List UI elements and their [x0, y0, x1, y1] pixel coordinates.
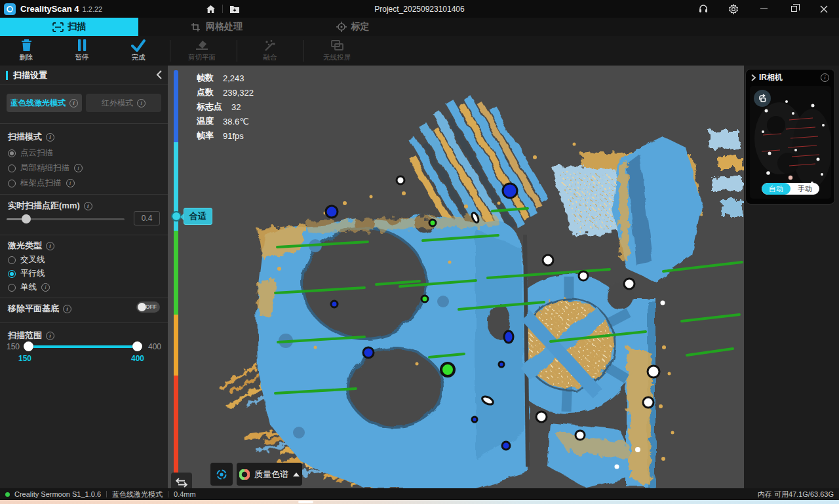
quality-spectrum-label: 质量色谱	[254, 469, 288, 480]
blue-laser-mode-button[interactable]: 蓝色线激光模式 i	[7, 94, 82, 112]
wireless-cast-button[interactable]: 无线投屏	[313, 39, 361, 62]
crop-icon	[191, 22, 201, 32]
minimize-button[interactable]	[749, 0, 779, 18]
toolbar-separator	[237, 40, 237, 62]
cut-plane-label: 剪切平面	[188, 53, 216, 62]
device-mode-buttons: 蓝色线激光模式 i 红外模式 i	[7, 94, 161, 112]
taskbar-peek-strip	[0, 500, 839, 504]
radio-point-cloud-scan[interactable]: 点云扫描	[8, 147, 53, 159]
radio-local-fine-scan[interactable]: 局部精细扫描 i	[8, 163, 83, 174]
point-distance-label: 实时扫描点距(mm)	[8, 200, 80, 212]
calibrate-target-icon	[336, 22, 347, 32]
chevron-left-icon	[156, 70, 163, 79]
scan-range-knob-min[interactable]	[24, 341, 33, 351]
scan-frame-icon	[52, 22, 64, 32]
tab-mesh-processing[interactable]: 网格处理	[156, 18, 277, 36]
radio-cross-line[interactable]: 交叉线	[8, 254, 45, 265]
close-button[interactable]	[809, 0, 839, 18]
quality-spectrum-button[interactable]: 质量色谱	[237, 463, 302, 486]
radio-frame-point-scan[interactable]: 框架点扫描 i	[8, 178, 75, 189]
chevron-up-icon	[293, 473, 300, 476]
radio-label: 框架点扫描	[20, 178, 62, 189]
ir-panel-header: IR相机 i	[746, 69, 834, 85]
locate-target-icon	[214, 467, 229, 482]
cast-label: 无线投屏	[323, 53, 351, 62]
panel-header: 扫描设置	[0, 66, 168, 85]
radio-parallel-line[interactable]: 平行线	[8, 268, 45, 279]
info-icon[interactable]: i	[46, 332, 54, 340]
divider	[0, 235, 168, 235]
range-min-value: 150	[18, 354, 31, 363]
rotate-preview-button[interactable]	[754, 90, 771, 107]
panel-title: 扫描设置	[13, 69, 47, 81]
finish-button[interactable]: 完成	[115, 39, 162, 62]
info-icon[interactable]: i	[41, 283, 50, 292]
status-mode: 蓝色线激光模式	[112, 490, 163, 499]
radio-label: 单线	[20, 282, 37, 293]
info-icon[interactable]: i	[46, 133, 54, 142]
divider	[0, 298, 168, 298]
info-icon[interactable]: i	[74, 164, 83, 172]
device-status-dot	[5, 492, 10, 497]
point-distance-slider-knob[interactable]	[22, 214, 31, 223]
settings-gear-button[interactable]	[718, 0, 749, 18]
tab-scan-label: 扫描	[68, 21, 87, 33]
scan-range-track[interactable]	[25, 345, 140, 348]
distance-status-badge: 合适	[184, 208, 212, 225]
scan-toolbar: 删除 暂停 完成 剪切平面 融合 无线投屏	[0, 36, 839, 66]
collapse-panel-button[interactable]	[156, 70, 163, 82]
info-icon[interactable]: i	[69, 99, 78, 107]
app-name: CrealityScan 4	[20, 4, 79, 14]
status-precision: 0.4mm	[174, 490, 196, 498]
memory-status: 内存 可用47.1G/63.63G	[758, 490, 834, 499]
radio-label: 局部精细扫描	[20, 163, 69, 174]
stat-temperature: 温度38.6℃	[197, 114, 254, 128]
pause-icon	[77, 39, 87, 52]
swap-arrows-icon	[176, 477, 187, 488]
import-project-button[interactable]	[225, 0, 244, 18]
scan-3d-viewport[interactable]: 帧数2,243 点数239,322 标志点32 温度38.6℃ 帧率91fps …	[168, 66, 744, 488]
info-icon[interactable]: i	[137, 99, 146, 107]
radio-icon	[8, 180, 16, 187]
support-headset-button[interactable]	[688, 0, 718, 18]
info-icon[interactable]: i	[821, 73, 829, 82]
tab-scan[interactable]: 扫描	[0, 18, 138, 36]
info-icon[interactable]: i	[84, 202, 92, 210]
remove-base-title: 移除平面基底 i	[8, 303, 71, 315]
info-icon[interactable]: i	[46, 242, 54, 250]
divider	[0, 322, 168, 323]
scan-statistics: 帧数2,243 点数239,322 标志点32 温度38.6℃ 帧率91fps	[197, 71, 254, 143]
scan-range-knob-max[interactable]	[132, 341, 142, 351]
pause-button[interactable]: 暂停	[58, 39, 106, 62]
info-icon[interactable]: i	[63, 305, 71, 313]
infrared-mode-button[interactable]: 红外模式 i	[86, 94, 161, 112]
ir-auto-option[interactable]: 自动	[762, 183, 790, 195]
status-separator	[106, 491, 107, 497]
radio-single-line[interactable]: 单线 i	[8, 282, 50, 293]
restore-button[interactable]	[779, 0, 809, 18]
status-separator	[168, 491, 168, 497]
window-controls	[688, 0, 839, 18]
chevron-right-icon[interactable]	[751, 74, 756, 81]
divider	[0, 194, 168, 195]
ir-manual-option[interactable]: 手动	[790, 183, 819, 195]
radio-icon	[8, 256, 16, 264]
cut-plane-icon	[195, 39, 209, 52]
fuse-button[interactable]: 融合	[246, 39, 294, 62]
fuse-label: 融合	[263, 53, 277, 62]
tab-calibration[interactable]: 标定	[307, 18, 399, 36]
recenter-view-button[interactable]	[210, 463, 233, 486]
remove-base-toggle[interactable]: OFF	[136, 301, 160, 313]
tab-mesh-label: 网格处理	[206, 21, 243, 33]
status-bar: Creality Sermoon S1_1.0.6 蓝色线激光模式 0.4mm …	[0, 488, 839, 500]
laser-type-label: 激光类型	[8, 240, 42, 252]
point-distance-value[interactable]: 0.4	[134, 211, 160, 225]
cut-plane-button[interactable]: 剪切平面	[178, 39, 225, 62]
blue-laser-label: 蓝色线激光模式	[10, 98, 66, 109]
finish-label: 完成	[132, 53, 146, 62]
home-button[interactable]	[201, 0, 220, 18]
device-name: Creality Sermoon S1_1.0.6	[14, 490, 101, 498]
info-icon[interactable]: i	[66, 179, 75, 187]
flip-view-button[interactable]	[171, 473, 192, 488]
delete-button[interactable]: 删除	[3, 39, 50, 62]
